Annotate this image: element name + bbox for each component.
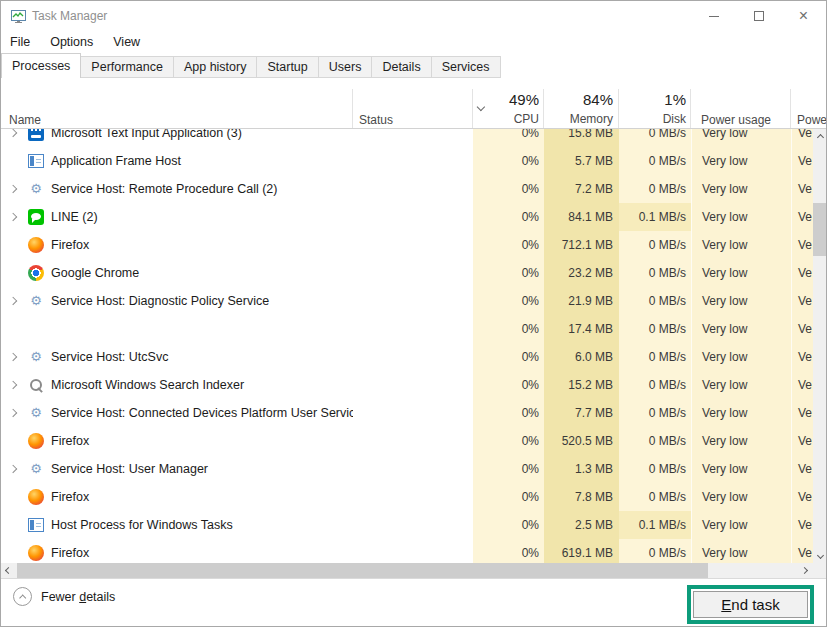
search-icon — [28, 377, 44, 393]
cell-cpu: 0% — [473, 455, 544, 483]
table-row[interactable]: Firefox 0% 619.1 MB 0 MB/s Very low Ve — [1, 539, 813, 563]
process-rows: Microsoft Text Input Application (3) 0% … — [1, 129, 813, 563]
table-row[interactable]: 0% 17.4 MB 0 MB/s Very low Ve — [1, 315, 813, 343]
cell-cpu: 0% — [473, 427, 544, 455]
menu-options[interactable]: Options — [40, 35, 103, 49]
column-header-cpu[interactable]: CPU — [473, 112, 539, 126]
cell-status — [353, 147, 473, 175]
maximize-button[interactable] — [736, 1, 781, 31]
horizontal-scrollbar-thumb[interactable] — [17, 563, 708, 578]
vertical-scrollbar-thumb[interactable] — [813, 203, 827, 256]
table-row[interactable]: ⚙ Service Host: UtcSvc 0% 6.0 MB 0 MB/s … — [1, 343, 813, 371]
column-header-power-usage[interactable]: Power usage — [701, 113, 771, 127]
end-task-button[interactable]: End task — [693, 591, 808, 618]
scroll-down-button[interactable] — [813, 547, 827, 563]
cell-memory: 5.7 MB — [544, 147, 619, 175]
tab-users[interactable]: Users — [318, 56, 373, 78]
process-name: Microsoft Windows Search Indexer — [51, 378, 244, 392]
cell-status — [353, 371, 473, 399]
table-row[interactable]: ⚙ Service Host: Remote Procedure Call (2… — [1, 175, 813, 203]
cell-cpu: 0% — [473, 175, 544, 203]
menu-file[interactable]: File — [1, 35, 40, 49]
scroll-right-button[interactable] — [797, 563, 812, 578]
cell-power-trend: Ve — [791, 231, 813, 259]
cell-status — [353, 427, 473, 455]
column-header-power-usage-trend[interactable]: Powe — [797, 113, 827, 127]
menu-view[interactable]: View — [103, 35, 150, 49]
cell-status — [353, 287, 473, 315]
app-frame-icon — [28, 518, 44, 532]
process-name: Service Host: UtcSvc — [51, 350, 168, 364]
cell-power: Very low — [691, 455, 791, 483]
column-header-name[interactable]: Name — [9, 113, 41, 127]
expander-icon[interactable] — [9, 381, 17, 389]
expander-icon[interactable] — [9, 129, 17, 137]
fewer-details-toggle[interactable]: Fewer details — [13, 587, 115, 606]
chevron-left-icon — [5, 567, 12, 574]
column-header-disk[interactable]: Disk — [619, 112, 686, 126]
expander-icon[interactable] — [9, 213, 17, 221]
table-row[interactable]: Google Chrome 0% 23.2 MB 0 MB/s Very low… — [1, 259, 813, 287]
cell-power-trend: Ve — [791, 175, 813, 203]
expander-icon[interactable] — [9, 465, 17, 473]
table-row[interactable]: Firefox 0% 520.5 MB 0 MB/s Very low Ve — [1, 427, 813, 455]
table-row[interactable]: ⚙ Service Host: Connected Devices Platfo… — [1, 399, 813, 427]
expander-icon[interactable] — [9, 185, 17, 193]
fewer-details-label: Fewer details — [41, 590, 115, 604]
tab-startup[interactable]: Startup — [256, 56, 318, 78]
close-button[interactable]: × — [781, 1, 826, 31]
cell-memory: 2.5 MB — [544, 511, 619, 539]
cell-power-trend: Ve — [791, 287, 813, 315]
cell-memory: 6.0 MB — [544, 343, 619, 371]
collapse-details-icon — [13, 587, 32, 606]
tab-services[interactable]: Services — [431, 56, 501, 78]
process-name: Firefox — [51, 434, 89, 448]
table-row[interactable]: Firefox 0% 712.1 MB 0 MB/s Very low Ve — [1, 231, 813, 259]
process-name: Host Process for Windows Tasks — [51, 518, 233, 532]
table-row[interactable]: ⚙ Service Host: Diagnostic Policy Servic… — [1, 287, 813, 315]
table-row[interactable]: Host Process for Windows Tasks 0% 2.5 MB… — [1, 511, 813, 539]
tab-processes[interactable]: Processes — [1, 53, 81, 78]
table-row[interactable]: Microsoft Windows Search Indexer 0% 15.2… — [1, 371, 813, 399]
expander-icon[interactable] — [9, 353, 17, 361]
cell-cpu: 0% — [473, 129, 544, 147]
cell-power: Very low — [691, 203, 791, 231]
cell-power-trend: Ve — [791, 129, 813, 147]
column-header-status[interactable]: Status — [359, 113, 393, 127]
expander-icon[interactable] — [9, 297, 17, 305]
table-row[interactable]: Firefox 0% 7.8 MB 0 MB/s Very low Ve — [1, 483, 813, 511]
cell-power-trend: Ve — [791, 147, 813, 175]
minimize-button[interactable] — [691, 1, 736, 31]
cell-power-trend: Ve — [791, 483, 813, 511]
cell-disk: 0 MB/s — [619, 539, 691, 563]
tab-app-history[interactable]: App history — [173, 56, 258, 78]
firefox-icon — [28, 433, 44, 449]
column-header-memory[interactable]: Memory — [544, 112, 613, 126]
table-row[interactable]: LINE (2) 0% 84.1 MB 0.1 MB/s Very low Ve — [1, 203, 813, 231]
expander-icon[interactable] — [9, 409, 17, 417]
tab-details[interactable]: Details — [371, 56, 431, 78]
table-row[interactable]: ⚙ Service Host: User Manager 0% 1.3 MB 0… — [1, 455, 813, 483]
process-name: Service Host: Connected Devices Platform… — [51, 406, 353, 420]
gear-icon: ⚙ — [28, 349, 44, 365]
vertical-scrollbar[interactable] — [813, 129, 827, 563]
cell-cpu: 0% — [473, 371, 544, 399]
cell-cpu: 0% — [473, 483, 544, 511]
cell-status — [353, 231, 473, 259]
cell-status — [353, 129, 473, 147]
cell-power-trend: Ve — [791, 315, 813, 343]
tab-performance[interactable]: Performance — [80, 56, 174, 78]
cell-cpu: 0% — [473, 315, 544, 343]
cell-disk: 0 MB/s — [619, 147, 691, 175]
cell-power-trend: Ve — [791, 399, 813, 427]
cell-status — [353, 483, 473, 511]
cell-status — [353, 399, 473, 427]
table-row[interactable]: Application Frame Host 0% 5.7 MB 0 MB/s … — [1, 147, 813, 175]
cell-memory: 17.4 MB — [544, 315, 619, 343]
horizontal-scrollbar[interactable] — [1, 563, 813, 578]
table-row[interactable]: Microsoft Text Input Application (3) 0% … — [1, 129, 813, 147]
cell-power-trend: Ve — [791, 427, 813, 455]
scroll-left-button[interactable] — [1, 563, 16, 578]
scroll-up-button[interactable] — [813, 129, 827, 145]
minimize-icon — [709, 16, 719, 17]
